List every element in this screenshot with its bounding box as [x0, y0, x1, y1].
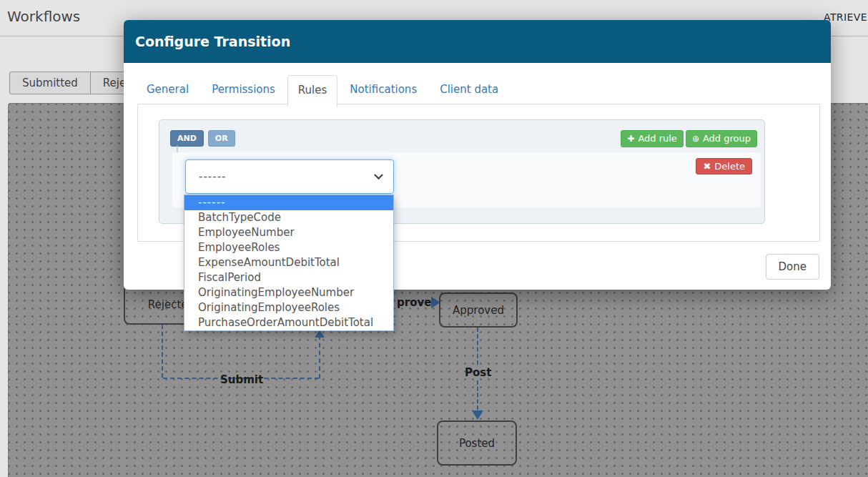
- delete-rule-button[interactable]: ✖ Delete: [696, 158, 752, 174]
- x-icon: ✖: [703, 161, 711, 172]
- chevron-down-icon: [374, 170, 383, 180]
- add-group-label: Add group: [703, 133, 751, 144]
- dropdown-option[interactable]: ------: [184, 195, 393, 210]
- tab-rules[interactable]: Rules: [287, 75, 337, 107]
- dropdown-option[interactable]: PurchaseOrderAmountDebitTotal: [184, 315, 393, 330]
- plus-icon: ✚: [627, 134, 634, 144]
- add-rule-label: Add rule: [638, 133, 677, 144]
- dropdown-option[interactable]: OriginatingEmployeeRoles: [184, 300, 393, 315]
- add-rule-button[interactable]: ✚ Add rule: [621, 130, 684, 147]
- dropdown-option[interactable]: FiscalPeriod: [184, 270, 393, 285]
- tab-client-data[interactable]: Client data: [429, 75, 509, 107]
- dropdown-option[interactable]: EmployeeNumber: [184, 225, 393, 240]
- dropdown-option[interactable]: BatchTypeCode: [184, 210, 393, 225]
- rule-field-select-value: ------: [199, 170, 226, 183]
- or-operator-button[interactable]: OR: [208, 130, 235, 147]
- workflows-page: Workflows ATRIEVE Submitted Rejected Rej…: [0, 0, 868, 477]
- modal-header: Configure Transition: [124, 20, 831, 63]
- tab-notifications[interactable]: Notifications: [339, 75, 428, 107]
- plus-circle-icon: ⊕: [692, 134, 699, 144]
- dropdown-option[interactable]: ExpenseAmountDebitTotal: [184, 255, 393, 270]
- dropdown-option[interactable]: OriginatingEmployeeNumber: [184, 285, 393, 300]
- rule-group-header: AND OR ✚ Add rule ⊕ Add group: [170, 130, 757, 147]
- group-actions: ✚ Add rule ⊕ Add group: [621, 130, 757, 147]
- modal-title: Configure Transition: [135, 34, 290, 49]
- add-group-button[interactable]: ⊕ Add group: [686, 130, 757, 147]
- delete-label: Delete: [714, 161, 745, 172]
- dropdown-option[interactable]: EmployeeRoles: [184, 240, 393, 255]
- tab-general[interactable]: General: [136, 75, 199, 107]
- rule-field-select[interactable]: ------: [185, 159, 394, 194]
- rule-field-dropdown: ------BatchTypeCodeEmployeeNumberEmploye…: [184, 195, 394, 331]
- tab-permissions[interactable]: Permissions: [201, 75, 286, 107]
- done-button[interactable]: Done: [766, 254, 819, 280]
- modal-tab-bar: General Permissions Rules Notifications …: [136, 75, 511, 107]
- and-operator-button[interactable]: AND: [170, 130, 204, 147]
